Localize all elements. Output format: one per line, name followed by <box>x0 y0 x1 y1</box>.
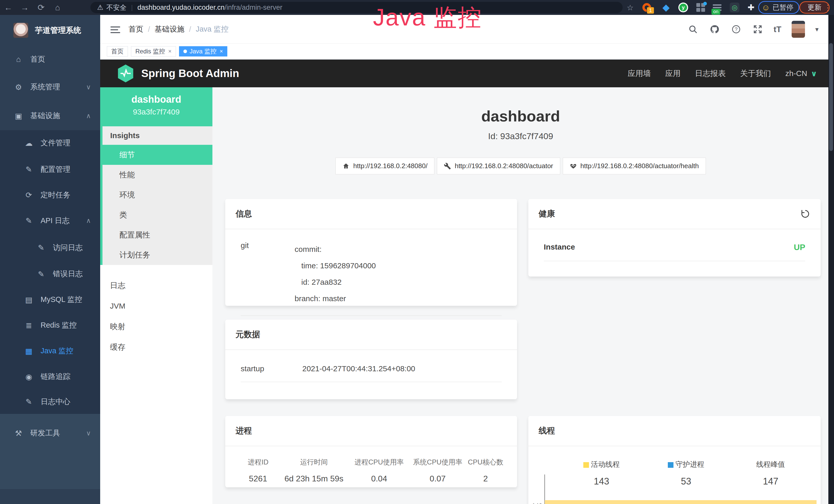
sba-nav-journal[interactable]: 日志报表 <box>695 68 726 79</box>
not-secure-label[interactable]: 不安全 <box>106 3 126 12</box>
menu-item-configprops[interactable]: 配置属性 <box>103 225 213 245</box>
startup-row: startup 2021-04-27T00:44:31.254+08:00 <box>241 364 502 382</box>
address-bar[interactable]: ⚠ 不安全 | dashboard.yudao.iocoder.cn /infr… <box>90 2 622 13</box>
chevron-up-icon: ∧ <box>86 217 91 225</box>
extension-grid-icon[interactable] <box>696 2 706 13</box>
scrollbar-thumb[interactable] <box>829 43 833 151</box>
browser-home-icon[interactable]: ⌂ <box>49 3 66 12</box>
val-system-cpu: 0.07 <box>409 474 467 483</box>
process-card-title: 进程 <box>236 425 252 436</box>
y-tick-140: 140 <box>528 502 542 504</box>
font-size-icon[interactable]: tT <box>774 25 781 34</box>
instance-label: Instance <box>544 243 575 252</box>
close-icon[interactable]: × <box>168 48 172 55</box>
menu-item-metrics[interactable]: 性能 <box>103 165 213 185</box>
extensions-puzzle-icon[interactable]: ✚ <box>746 2 756 13</box>
sidebar-item-java[interactable]: ▦ Java 监控 <box>0 338 100 364</box>
sidebar-item-apilog[interactable]: ✎ API 日志 ∧ <box>0 207 100 234</box>
browser-reload-icon[interactable]: ⟳ <box>33 3 49 12</box>
menu-item-logfile[interactable]: 日志 <box>100 275 213 296</box>
extension-gem-icon[interactable]: ◆ <box>661 2 671 13</box>
sidebar-item-trace[interactable]: ◉ 链路追踪 <box>0 364 100 389</box>
sidebar-item-accesslog[interactable]: ✎ 访问日志 <box>0 234 100 261</box>
sidebar-item-config[interactable]: ✎ 配置管理 <box>0 156 100 183</box>
service-url-button[interactable]: http://192.168.0.2:48080/ <box>335 158 434 174</box>
home-icon <box>343 162 350 170</box>
smiley-icon: ☺ <box>762 3 770 12</box>
paused-extension-badge[interactable]: ☺ 已暂停 <box>758 1 799 14</box>
browser-back-icon[interactable]: ← <box>0 3 17 12</box>
extension-y-icon[interactable]: y <box>678 2 688 13</box>
sidebar-item-infra[interactable]: ▣ 基础设施 ∧ <box>0 101 100 130</box>
browser-menu-icon[interactable]: ⋮ <box>824 3 832 12</box>
menu-item-environment[interactable]: 环境 <box>103 185 213 205</box>
sba-brand-title[interactable]: Spring Boot Admin <box>141 67 239 79</box>
menu-item-details[interactable]: 细节 <box>103 145 213 165</box>
menu-item-mappings[interactable]: 映射 <box>100 316 213 337</box>
search-icon[interactable] <box>687 24 699 35</box>
timer-icon: ⟳ <box>24 190 34 200</box>
git-id-line: id: 27aa832 <box>294 274 502 290</box>
github-icon[interactable] <box>709 24 720 35</box>
tag-java-active[interactable]: Java 监控 × <box>179 46 227 56</box>
live-threads-area <box>545 500 816 504</box>
edit-icon: ✎ <box>24 165 34 174</box>
sba-nav-about[interactable]: 关于我们 <box>740 68 771 79</box>
sidebar-item-label: 链路追踪 <box>41 371 70 382</box>
instance-header[interactable]: dashboard 93a3fc7f7409 <box>100 87 213 126</box>
window-scrollbar[interactable] <box>828 15 834 504</box>
app-logo-row[interactable]: 芋道管理系统 <box>0 15 100 46</box>
help-icon[interactable]: ? <box>730 24 742 35</box>
actuator-url-button[interactable]: http://192.168.0.2:48080/actuator <box>437 158 560 174</box>
tools-icon: ⚒ <box>13 429 24 438</box>
sidebar-item-job[interactable]: ⟳ 定时任务 <box>0 183 100 207</box>
sidebar-item-file[interactable]: ☁ 文件管理 <box>0 130 100 156</box>
instance-urls: http://192.168.0.2:48080/ http://192.168… <box>213 158 829 174</box>
hamburger-icon[interactable] <box>110 25 120 35</box>
extension-magnifier-icon[interactable]: ◎ <box>729 2 740 13</box>
menu-item-jvm[interactable]: JVM <box>100 296 213 316</box>
browser-forward-icon[interactable]: → <box>17 3 33 12</box>
daemon-swatch <box>668 462 674 468</box>
user-avatar[interactable] <box>792 21 805 38</box>
sidebar-item-mysql[interactable]: ▤ MySQL 监控 <box>0 287 100 313</box>
avatar-caret-icon[interactable]: ▾ <box>815 25 818 33</box>
breadcrumb-home[interactable]: 首页 <box>128 24 143 35</box>
fullscreen-icon[interactable] <box>752 24 763 35</box>
devtools-section: ⚒ 研发工具 ∨ <box>0 414 100 489</box>
breadcrumb-infra[interactable]: 基础设施 <box>155 24 184 35</box>
sba-nav-applications[interactable]: 应用 <box>665 68 681 79</box>
sidebar-item-home[interactable]: ⌂ 首页 <box>0 46 100 73</box>
tag-redis[interactable]: Redis 监控 × <box>131 46 176 56</box>
close-icon[interactable]: × <box>220 48 223 55</box>
sba-content: dashboard Id: 93a3fc7f7409 http://192.16… <box>213 87 829 504</box>
git-key: git <box>241 241 294 307</box>
sidebar-item-redis[interactable]: ≣ Redis 监控 <box>0 313 100 338</box>
sidebar-item-system[interactable]: ⚙ 系统管理 ∨ <box>0 73 100 101</box>
breadcrumb-separator: / <box>148 25 150 33</box>
sidebar-item-devtools[interactable]: ⚒ 研发工具 ∨ <box>0 419 100 447</box>
sba-nav-wall[interactable]: 应用墙 <box>628 68 651 79</box>
sba-language-select[interactable]: zh-CN ∨ <box>786 69 817 78</box>
extension-c-icon[interactable]: 1 <box>642 2 652 13</box>
edit-icon: ✎ <box>36 270 46 279</box>
health-url-button[interactable]: http://192.168.0.2:48080/actuator/health <box>563 158 706 174</box>
y-circle-outer: y <box>678 3 688 12</box>
bookmark-star-icon[interactable]: ☆ <box>627 3 634 12</box>
menu-item-caches[interactable]: 缓存 <box>100 337 213 358</box>
menu-item-classes[interactable]: 类 <box>103 205 213 225</box>
tag-home[interactable]: 首页 <box>107 46 128 56</box>
sba-logo-icon[interactable] <box>117 64 134 83</box>
tag-label: Java 监控 <box>190 47 217 55</box>
sidebar-item-errorlog[interactable]: ✎ 错误日志 <box>0 261 100 287</box>
log-edit-icon: ✎ <box>24 216 34 225</box>
sidebar-item-logcenter[interactable]: ✎ 日志中心 <box>0 389 100 414</box>
y-axis <box>544 475 545 504</box>
extension-list-icon[interactable]: on <box>712 2 722 13</box>
paused-label: 已暂停 <box>773 3 793 12</box>
history-icon[interactable] <box>800 209 810 219</box>
edit-icon: ✎ <box>36 243 46 252</box>
monitor-icon: ▣ <box>13 111 24 120</box>
menu-item-scheduled[interactable]: 计划任务 <box>103 245 213 265</box>
breadcrumb-current: Java 监控 <box>196 24 228 35</box>
